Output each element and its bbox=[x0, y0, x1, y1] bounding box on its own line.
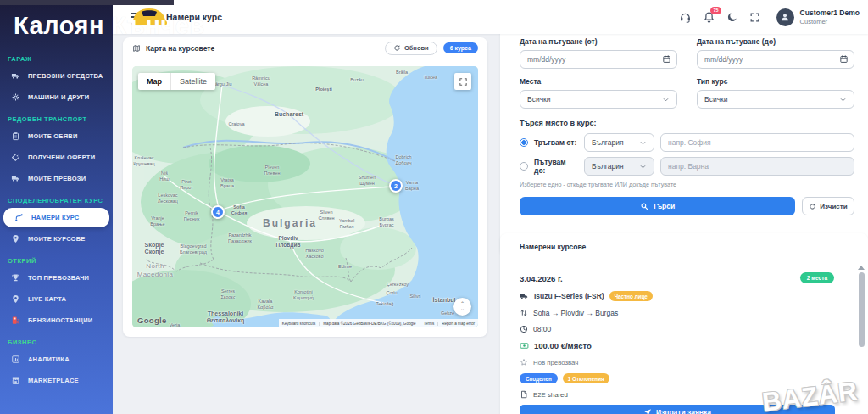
truck-icon bbox=[520, 292, 529, 301]
map-icon bbox=[132, 44, 141, 53]
date-from-input[interactable] bbox=[520, 50, 677, 69]
scrollbar-up-arrow[interactable] bbox=[858, 266, 865, 270]
sidebar-item-label: МАШИНИ И ДРУГИ bbox=[28, 93, 89, 101]
search-icon bbox=[640, 202, 648, 210]
destination-country-value: България bbox=[592, 162, 624, 171]
dark-mode-moon-icon[interactable] bbox=[726, 11, 738, 23]
map-card-title: Карта на курсовете bbox=[146, 44, 214, 53]
map-fullscreen-button[interactable] bbox=[454, 73, 471, 90]
person-icon bbox=[780, 12, 790, 22]
map-city-label: Gebze bbox=[441, 310, 454, 316]
user-menu[interactable]: Customer1 Demo Customer bbox=[776, 8, 860, 26]
sidebar-item-label: ТОП ПРЕВОЗВАЧИ bbox=[28, 274, 89, 282]
scrollbar-thumb[interactable] bbox=[859, 272, 865, 347]
shared-note: E2E shared bbox=[533, 391, 568, 399]
map-card-header: Карта на курсовете Обнови 6 курса bbox=[123, 37, 487, 59]
satellite-view-button[interactable]: Satellite bbox=[171, 73, 215, 90]
private-person-badge: Частно лице bbox=[609, 291, 653, 301]
support-headset-icon[interactable] bbox=[679, 11, 692, 24]
map-cluster-marker[interactable]: 4 bbox=[211, 205, 225, 219]
sidebar-item-machines[interactable]: МАШИНИ И ДРУГИ bbox=[0, 87, 113, 108]
course-type-label: Тип курс bbox=[697, 77, 854, 86]
terms-link[interactable]: Terms bbox=[420, 322, 438, 326]
tag-icon bbox=[11, 153, 20, 162]
map-city-label: Silivri bbox=[409, 294, 420, 299]
map-city-label: Brăila bbox=[396, 70, 408, 76]
sidebar-section-business: БИЗНЕС bbox=[0, 331, 113, 349]
gear-icon bbox=[11, 92, 20, 102]
sidebar-item-top-carriers[interactable]: ТОП ПРЕВОЗВАЧИ bbox=[0, 267, 113, 288]
top-header: Намери курс 75 Customer1 Demo Customer bbox=[113, 0, 868, 34]
map-pin-icon bbox=[11, 294, 20, 304]
google-map[interactable]: Bulgaria Târgu JiuRâmnicu VâlceaCraiovaB… bbox=[132, 66, 478, 327]
sidebar-item-live-map[interactable]: LIVE КАРТА bbox=[0, 288, 113, 310]
expand-icon bbox=[459, 77, 468, 87]
map-city-label: North Macedonia bbox=[137, 262, 174, 278]
map-view-button[interactable]: Map bbox=[138, 73, 171, 90]
results-scrollbar[interactable] bbox=[858, 266, 865, 414]
sidebar-item-received-offers[interactable]: ПОЛУЧЕНИ ОФЕРТИ bbox=[0, 147, 113, 168]
sidebar-item-my-courses[interactable]: МОИТЕ КУРСОВЕ bbox=[0, 228, 113, 249]
clock-icon bbox=[520, 325, 528, 333]
form-helper-text: Изберете едно - откъде тръгвате ИЛИ докъ… bbox=[520, 181, 854, 188]
clear-button[interactable]: Изчисти bbox=[802, 197, 854, 215]
sidebar-item-label: ПРЕВОЗНИ СРЕДСТВА bbox=[28, 72, 103, 80]
google-logo: Google bbox=[137, 316, 167, 325]
sidebar-item-marketplace[interactable]: MARKETPLACE bbox=[0, 370, 113, 391]
depart-city-input[interactable] bbox=[660, 133, 854, 152]
sidebar-item-my-transports[interactable]: МОИТЕ ПРЕВОЗИ bbox=[0, 168, 113, 189]
results-title: Намерени курсове bbox=[520, 243, 586, 251]
map-labels-layer: Bulgaria Târgu JiuRâmnicu VâlceaCraiovaB… bbox=[132, 66, 478, 327]
map-city-label: Kavala Καβάλα bbox=[258, 299, 274, 310]
map-city-label: Haskovo Хасково bbox=[305, 248, 323, 259]
sidebar-item-analytics[interactable]: АНАЛИТИКА bbox=[0, 349, 113, 370]
app-window: ГАРАЖ ПРЕВОЗНИ СРЕДСТВА МАШИНИ И ДРУГИ Р… bbox=[0, 0, 868, 414]
send-icon bbox=[643, 408, 652, 414]
watermark-name: Калоян Кънчев bbox=[14, 12, 205, 40]
fullscreen-icon[interactable] bbox=[749, 12, 760, 23]
search-button[interactable]: Търси bbox=[520, 197, 795, 215]
refresh-map-button[interactable]: Обнови bbox=[385, 42, 437, 55]
map-cluster-marker[interactable]: 2 bbox=[389, 179, 403, 193]
sidebar-item-my-listings[interactable]: МОИТЕ ОБЯВИ bbox=[0, 126, 113, 147]
map-city-label: Serres Σέρρες bbox=[220, 288, 235, 299]
seats-select-value: Всички bbox=[527, 95, 551, 104]
seats-label: Места bbox=[520, 77, 677, 86]
seats-badge: 2 места bbox=[800, 272, 834, 283]
map-city-label: Dobrich Добрич bbox=[396, 154, 412, 165]
map-city-label: Kruševac Крушевац bbox=[133, 155, 155, 166]
destination-city-input[interactable] bbox=[660, 157, 854, 176]
sidebar-item-gas-stations[interactable]: БЕНЗИНОСТАНЦИИ bbox=[0, 310, 113, 331]
sidebar-item-label: БЕНЗИНОСТАНЦИИ bbox=[28, 316, 92, 324]
date-to-input[interactable] bbox=[697, 50, 854, 69]
route-icon bbox=[14, 213, 24, 222]
sidebar-item-vehicles[interactable]: ПРЕВОЗНИ СРЕДСТВА bbox=[0, 65, 113, 87]
map-city-label: Veria bbox=[170, 322, 181, 327]
map-city-label: Ploiești bbox=[315, 87, 332, 92]
destination-country-select[interactable]: България bbox=[584, 157, 654, 176]
sidebar-item-find-course[interactable]: НАМЕРИ КУРС bbox=[3, 208, 109, 227]
depart-country-select[interactable]: България bbox=[584, 133, 654, 152]
course-type-select[interactable]: Всички bbox=[697, 90, 854, 109]
report-error-link[interactable]: Report a map error bbox=[437, 322, 478, 326]
map-city-label: Çorlu bbox=[386, 290, 397, 296]
keyboard-shortcuts-link[interactable]: Keyboard shortcuts bbox=[279, 322, 320, 326]
course-date: 3.04.2026 г. bbox=[520, 274, 563, 283]
sidebar-item-label: НАМЕРИ КУРС bbox=[31, 214, 79, 221]
truck-icon bbox=[11, 71, 20, 81]
shared-badge: Споделен bbox=[520, 373, 558, 383]
travel-to-radio[interactable] bbox=[520, 162, 528, 171]
refresh-label: Обнови bbox=[404, 44, 429, 52]
date-from-label: Дата на пътуване (от) bbox=[520, 37, 677, 46]
map-city-label: Komotini Κομοτηνή bbox=[293, 289, 314, 300]
map-city-label: Plovdiv Пловдив bbox=[276, 235, 301, 249]
depart-from-radio[interactable] bbox=[520, 138, 528, 147]
map-attribution: Keyboard shortcuts Map data ©2026 GeoBas… bbox=[279, 319, 478, 327]
seats-select[interactable]: Всички bbox=[520, 90, 677, 109]
course-type-select-value: Всички bbox=[704, 95, 728, 104]
sidebar-item-label: МОИТЕ ПРЕВОЗИ bbox=[28, 175, 86, 182]
map-pan-control[interactable]: ⌃⌄ bbox=[453, 298, 471, 316]
chart-icon bbox=[11, 355, 20, 364]
notifications-bell-icon[interactable]: 75 bbox=[703, 11, 715, 24]
carrier-note: Нов превозвач bbox=[533, 359, 578, 366]
